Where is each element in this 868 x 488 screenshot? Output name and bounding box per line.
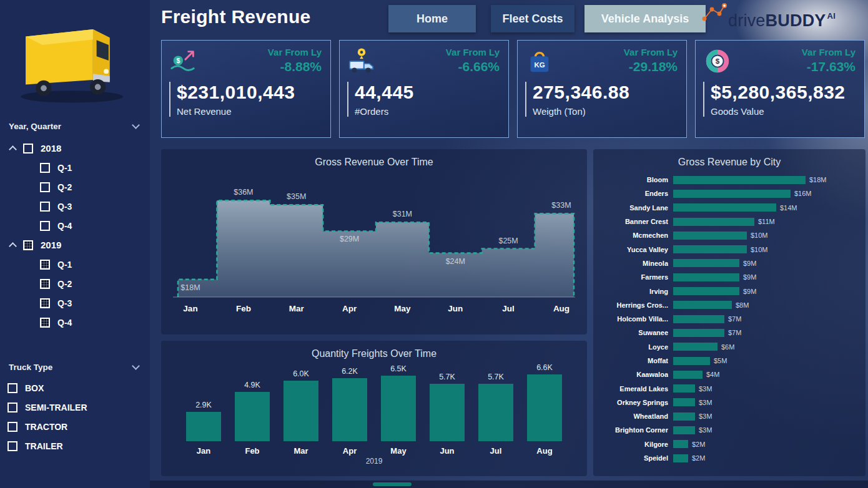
quarter-row-2018-Q-2[interactable]: Q-2 [0,177,150,197]
truck-type-checkbox[interactable] [7,441,17,451]
bar[interactable] [673,190,791,198]
city-label: Holcomb Villa... [598,315,668,323]
quarter-row-2019-Q-2[interactable]: Q-2 [0,274,150,293]
main-canvas: Freight Revenue HomeFleet CostsVehicle A… [150,0,868,488]
bar[interactable] [527,374,562,441]
bar[interactable] [673,287,739,295]
quarter-row-2018-Q-1[interactable]: Q-1 [0,158,150,177]
bar[interactable] [673,426,695,434]
bar[interactable] [673,329,724,337]
quarter-checkbox[interactable] [40,202,50,212]
kpi-card[interactable]: $Var From Ly-8.88%$231,010,443Net Revenu… [161,40,331,138]
bar[interactable] [381,376,416,441]
var-from-ly-label: Var From Ly [802,47,856,57]
truck-type-checkbox[interactable] [7,403,17,412]
expand-caret-icon[interactable] [9,242,17,250]
truck-type-option-label: SEMI-TRAILER [25,403,87,412]
quarter-checkbox[interactable] [40,163,50,173]
year-checkbox[interactable] [23,144,33,154]
quarter-checkbox[interactable] [40,260,50,270]
truck-type-checkbox[interactable] [7,422,17,432]
quarter-label: Q-1 [57,260,72,270]
nav-button-home[interactable]: Home [388,5,476,32]
year-checkbox[interactable] [23,240,33,250]
horizontal-scrollbar-thumb[interactable] [373,482,412,486]
bar[interactable] [673,176,806,184]
nav-button-fleet-costs[interactable]: Fleet Costs [491,5,575,32]
chevron-down-icon[interactable] [132,121,140,129]
delivery-truck-icon [347,47,376,78]
nav-buttons: HomeFleet CostsVehicle Analysis [388,5,706,32]
truck-type-checkbox[interactable] [7,383,17,393]
truck-type-row-tractor[interactable]: TRACTOR [0,417,150,436]
quarter-checkbox[interactable] [40,221,50,231]
quarter-row-2019-Q-1[interactable]: Q-1 [0,255,150,274]
kpi-label: #Orders [355,106,500,117]
truck-type-row-semi-trailer[interactable]: SEMI-TRAILER [0,398,150,417]
quarter-checkbox[interactable] [40,298,50,308]
bar[interactable] [673,412,695,421]
bar[interactable] [478,384,513,441]
bar[interactable] [673,232,747,240]
horizontal-bar-chart: Bloom$18MEnders$16MSandy Lane$14MBanner … [593,173,866,465]
kpi-card[interactable]: Var From Ly-6.66%44,445#Orders [339,40,509,138]
quarter-row-2018-Q-4[interactable]: Q-4 [0,216,150,235]
truck-type-row-trailer[interactable]: TRAILER [0,436,150,456]
quarter-row-2019-Q-4[interactable]: Q-4 [0,313,150,332]
bar-value-label: 5.7K [488,373,504,381]
bar[interactable] [673,454,688,462]
bar[interactable] [673,301,732,309]
city-row: Suwanee$7M [598,326,866,339]
bar[interactable] [332,378,367,441]
bar[interactable] [673,398,695,406]
bar[interactable] [673,259,739,267]
bar[interactable] [673,203,776,212]
yellow-van-icon [9,14,141,110]
bar[interactable] [673,440,688,448]
quarter-row-2019-Q-3[interactable]: Q-3 [0,293,150,313]
bar[interactable] [673,315,724,323]
bar[interactable] [430,384,465,441]
bar[interactable] [673,218,754,226]
truck-type-option-label: TRACTOR [25,422,67,432]
bar[interactable] [235,392,270,441]
bar[interactable] [284,381,318,441]
year-row-2018[interactable]: 2018 [0,139,150,158]
data-label: $35M [287,192,306,201]
quantity-freights-panel: Quantity Freights Over Time 2.9KJan4.9KF… [161,341,587,476]
truck-type-filter-header[interactable]: Truck Type [0,359,150,374]
quarter-checkbox[interactable] [40,318,50,328]
kpi-card[interactable]: KGVar From Ly-29.18%275,346.88Weigth (To… [517,40,687,138]
year-quarter-filter-header[interactable]: Year, Quarter [0,119,150,134]
gross-revenue-over-time-panel: Gross Revenue Over Time $18M$36M$35M$29M… [161,149,587,334]
network-nodes-icon [699,1,728,26]
bar[interactable] [673,384,695,393]
x-axis-label: Jun [448,304,463,313]
bar[interactable] [673,245,747,253]
truck-type-row-box[interactable]: BOX [0,378,150,398]
truck-type-list: BOXSEMI-TRAILERTRACTORTRAILER [0,378,150,456]
year-label: 2019 [41,240,61,250]
bar-value-label: $9M [743,260,756,267]
horizontal-scrollbar-track[interactable] [150,481,868,488]
bar-value-label: $3M [699,399,712,406]
svg-text:KG: KG [534,61,545,69]
bar-value-label: $2M [692,454,705,462]
expand-caret-icon[interactable] [9,145,17,154]
bar[interactable] [186,412,221,441]
dollar-donut-icon: $ [703,47,732,78]
city-row: Emerald Lakes$3M [598,381,866,395]
kpi-card[interactable]: $Var From Ly-17.63%$5,280,365,832Goods V… [695,40,865,138]
sidebar: Year, Quarter 2018Q-1Q-2Q-3Q-42019Q-1Q-2… [0,0,150,488]
chevron-down-icon[interactable] [132,362,140,370]
nav-button-vehicle-analysis[interactable]: Vehicle Analysis [584,5,706,32]
bar[interactable] [673,357,710,365]
year-row-2019[interactable]: 2019 [0,235,150,255]
bar[interactable] [673,371,703,379]
bar[interactable] [673,343,718,351]
quarter-checkbox[interactable] [40,279,50,289]
quarter-checkbox[interactable] [40,182,50,192]
quarter-row-2018-Q-3[interactable]: Q-3 [0,197,150,216]
stepped-area-chart[interactable]: $18M$36M$35M$29M$31M$24M$25M$33MJanFebMa… [168,169,580,325]
bar[interactable] [673,273,739,281]
